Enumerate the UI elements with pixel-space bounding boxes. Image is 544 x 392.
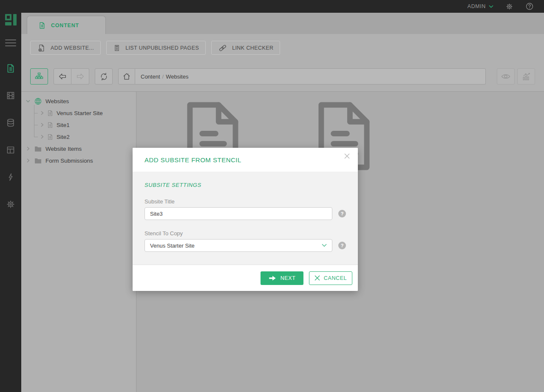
forward-button[interactable] bbox=[71, 68, 89, 85]
tree-connector-stub bbox=[34, 113, 38, 113]
tree-view-toggle-button[interactable] bbox=[30, 68, 48, 85]
home-button[interactable] bbox=[118, 68, 135, 85]
globe-icon bbox=[34, 97, 42, 105]
analytics-icon bbox=[521, 72, 531, 81]
close-button[interactable] bbox=[343, 152, 351, 161]
tree-node-label[interactable]: Websites bbox=[45, 98, 69, 104]
arrow-right-icon bbox=[269, 276, 276, 281]
breadcrumb-current[interactable]: Websites bbox=[166, 73, 188, 80]
tree-node-website-items[interactable]: Website Items bbox=[21, 143, 136, 155]
add-website-label: ADD WEBSITE... bbox=[51, 45, 94, 51]
link-checker-button[interactable]: LINK CHECKER bbox=[211, 41, 280, 55]
link-checker-label: LINK CHECKER bbox=[232, 45, 273, 51]
view-buttons-group bbox=[497, 68, 535, 85]
tree-node-label[interactable]: Website Items bbox=[45, 146, 82, 152]
back-button[interactable] bbox=[54, 68, 71, 85]
preview-button[interactable] bbox=[497, 68, 515, 85]
analytics-button[interactable] bbox=[517, 68, 535, 85]
tree-connector-line bbox=[34, 105, 34, 137]
chevron-right-icon[interactable] bbox=[26, 158, 31, 163]
add-website-button[interactable]: ADD WEBSITE... bbox=[30, 41, 101, 55]
content-tree-panel: Websites Venus Starter Site Site1 bbox=[21, 92, 136, 392]
settings-gear-button[interactable] bbox=[505, 3, 513, 11]
cancel-button-label: CANCEL bbox=[324, 275, 347, 281]
sitemap-icon bbox=[34, 72, 44, 81]
chevron-down-icon[interactable] bbox=[26, 100, 31, 103]
sidebar-item-settings[interactable] bbox=[6, 199, 16, 209]
admin-user-menu[interactable]: ADMIN bbox=[468, 3, 493, 9]
stencil-to-copy-select[interactable]: Venus Starter Site bbox=[144, 239, 332, 252]
help-circle-icon bbox=[525, 2, 534, 11]
stencil-to-copy-label: Stencil To Copy bbox=[144, 230, 346, 237]
dialog-title: ADD SUBSITE FROM STENCIL bbox=[144, 156, 241, 164]
content-document-icon bbox=[38, 21, 46, 30]
gear-icon bbox=[505, 3, 513, 11]
breadcrumb[interactable]: Content / Websites bbox=[135, 68, 486, 85]
tree-connector-stub bbox=[34, 125, 38, 125]
tree-node-label[interactable]: Site1 bbox=[57, 122, 70, 128]
link-icon bbox=[218, 43, 227, 53]
arrow-left-icon bbox=[58, 73, 67, 80]
chevron-down-icon bbox=[489, 5, 493, 8]
refresh-button[interactable] bbox=[95, 68, 113, 85]
add-subsite-dialog: ADD SUBSITE FROM STENCIL SUBSITE SETTING… bbox=[133, 148, 358, 291]
sidebar-item-actions[interactable] bbox=[6, 172, 15, 182]
list-pages-icon bbox=[113, 43, 121, 53]
chevron-right-icon[interactable] bbox=[41, 135, 44, 139]
help-icon[interactable]: ? bbox=[338, 210, 346, 217]
refresh-icon bbox=[99, 72, 108, 81]
action-toolbar: ADD WEBSITE... LIST UNPUBLISHED PAGES LI… bbox=[21, 34, 544, 62]
admin-user-label: ADMIN bbox=[468, 3, 486, 9]
lightning-icon bbox=[6, 172, 15, 182]
tree-node-websites[interactable]: Websites bbox=[21, 95, 136, 107]
app-logo[interactable] bbox=[5, 14, 17, 25]
media-film-icon bbox=[6, 90, 16, 101]
chevron-right-icon[interactable] bbox=[41, 111, 44, 115]
list-unpublished-pages-button[interactable]: LIST UNPUBLISHED PAGES bbox=[106, 41, 206, 55]
tree-node-label[interactable]: Form Submissions bbox=[45, 158, 93, 164]
list-unpublished-pages-label: LIST UNPUBLISHED PAGES bbox=[125, 45, 199, 51]
breadcrumb-root[interactable]: Content bbox=[141, 73, 160, 80]
section-title: SUBSITE SETTINGS bbox=[144, 182, 346, 188]
page-icon bbox=[47, 133, 54, 141]
sidebar-item-content[interactable] bbox=[6, 63, 16, 73]
sidebar-item-layout[interactable] bbox=[6, 145, 16, 155]
chevron-down-icon bbox=[322, 244, 327, 247]
tab-content[interactable]: CONTENT bbox=[27, 16, 106, 34]
gear-icon bbox=[6, 199, 16, 209]
tab-strip: CONTENT bbox=[21, 13, 544, 34]
subsite-title-input[interactable] bbox=[144, 207, 332, 220]
subsite-title-label: Subsite Title bbox=[144, 198, 346, 205]
content-document-icon bbox=[6, 63, 16, 73]
next-button[interactable]: NEXT bbox=[261, 271, 303, 285]
tree-node-venus-starter-site[interactable]: Venus Starter Site bbox=[21, 107, 136, 119]
tree-node-site1[interactable]: Site1 bbox=[21, 119, 136, 131]
chevron-right-icon[interactable] bbox=[41, 123, 44, 127]
tree-node-form-submissions[interactable]: Form Submissions bbox=[21, 155, 136, 166]
top-bar: ADMIN bbox=[0, 0, 544, 13]
add-document-icon bbox=[37, 43, 46, 53]
dialog-footer: NEXT CANCEL bbox=[133, 265, 358, 291]
breadcrumb-separator: / bbox=[162, 73, 164, 80]
tree-node-site2[interactable]: Site2 bbox=[21, 131, 136, 143]
sidebar-item-media[interactable] bbox=[6, 90, 16, 101]
tree-children-websites: Venus Starter Site Site1 Site2 bbox=[21, 107, 136, 143]
tree-node-label[interactable]: Venus Starter Site bbox=[57, 110, 103, 116]
close-icon bbox=[344, 153, 350, 159]
navigation-toolbar: Content / Websites bbox=[21, 62, 544, 92]
menu-icon[interactable] bbox=[5, 37, 16, 48]
database-icon bbox=[6, 118, 16, 128]
page-icon bbox=[47, 121, 54, 129]
cancel-button[interactable]: CANCEL bbox=[309, 271, 352, 285]
page-icon bbox=[47, 110, 54, 117]
chevron-right-icon[interactable] bbox=[26, 147, 31, 151]
arrow-right-icon bbox=[76, 73, 85, 80]
sidebar-item-data[interactable] bbox=[6, 118, 16, 128]
eye-icon bbox=[501, 73, 511, 80]
help-icon[interactable]: ? bbox=[338, 242, 346, 249]
cancel-x-icon bbox=[314, 275, 320, 281]
help-button[interactable] bbox=[525, 2, 534, 11]
app-sidebar bbox=[0, 0, 21, 392]
dialog-body: SUBSITE SETTINGS Subsite Title ? Stencil… bbox=[133, 172, 358, 265]
tree-node-label[interactable]: Site2 bbox=[57, 134, 70, 140]
